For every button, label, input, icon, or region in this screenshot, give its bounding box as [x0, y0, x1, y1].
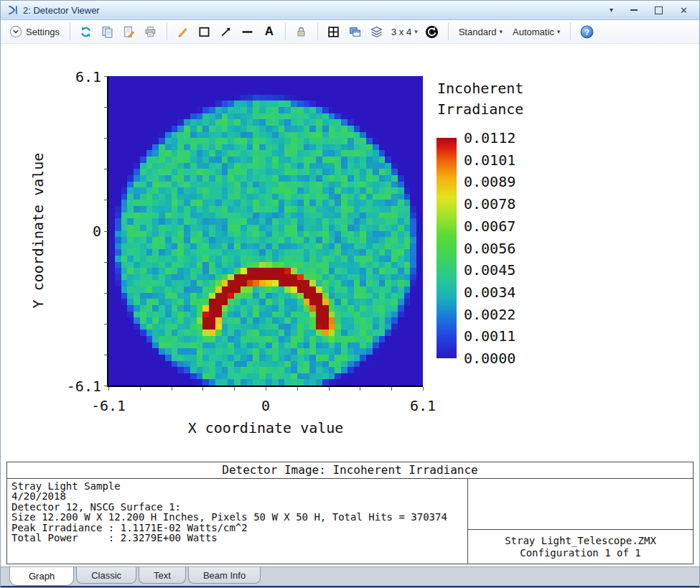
y-axis-tick-label: -6.1	[51, 378, 101, 392]
colorbar-tick-label: 0.0022	[464, 306, 515, 323]
grid-size-label: 3 x 4	[391, 27, 411, 37]
minimize-icon	[630, 9, 638, 11]
x-axis-tick-label: 0	[261, 397, 270, 414]
annotate-line-button[interactable]	[239, 22, 256, 41]
text-icon: A	[265, 24, 274, 39]
detector-info-header: Detector Image: Incoherent Irradiance	[7, 462, 693, 479]
save-button[interactable]	[121, 22, 138, 41]
x-axis-tick	[360, 387, 360, 391]
layers-button[interactable]	[368, 22, 386, 41]
x-axis-tick	[202, 387, 203, 391]
x-axis-tick-label: 6.1	[410, 397, 436, 414]
pencil-icon	[177, 26, 189, 38]
line-icon	[241, 26, 253, 38]
y-axis-tick	[104, 76, 108, 77]
chevron-down-icon: ▾	[557, 28, 561, 35]
settings-label: Settings	[26, 27, 60, 37]
annotate-pencil-button[interactable]	[174, 22, 192, 41]
y-axis-tick	[104, 169, 108, 169]
chevron-down-circle-icon	[9, 25, 22, 38]
chevron-down-icon: ▾	[499, 28, 503, 35]
annotate-text-button[interactable]: A	[261, 22, 278, 41]
colorbar-tick-label: 0.0045	[464, 261, 515, 279]
colorbar-tick-label: 0.0089	[464, 173, 515, 190]
lens-file-cell: Stray Light_Telescope.ZMX Configuration …	[468, 530, 693, 564]
lock-icon	[295, 26, 307, 38]
detector-image[interactable]	[107, 76, 423, 387]
reset-view-button[interactable]	[424, 22, 441, 41]
x-axis-tick	[297, 387, 298, 391]
tab-graph[interactable]: Graph	[9, 567, 74, 586]
x-axis-tick	[391, 387, 392, 391]
y-axis-tick	[104, 107, 108, 108]
toolbar-separator	[70, 23, 70, 40]
standard-dropdown[interactable]: Standard ▾	[456, 22, 505, 41]
rectangle-icon	[198, 26, 210, 38]
help-icon: ?	[580, 25, 594, 39]
copy-button[interactable]	[99, 22, 116, 41]
help-button[interactable]: ?	[578, 22, 595, 41]
tab-bar: GraphClassicTextBeam Info	[1, 566, 699, 586]
x-axis-tick	[234, 387, 235, 391]
detector-info-text: Stray Light Sample4/20/2018Detector 12, …	[7, 479, 468, 564]
colorbar-tick-label: 0.0112	[464, 129, 515, 146]
close-button[interactable]: ✕	[680, 6, 688, 15]
tab-classic[interactable]: Classic	[76, 567, 136, 584]
detector-info-empty-cell	[468, 479, 693, 530]
minimize-button[interactable]	[630, 9, 638, 11]
y-axis-tick	[104, 231, 108, 232]
colorbar-tick-label: 0.0011	[464, 327, 515, 345]
x-axis-tick	[266, 387, 266, 391]
windows-layout-button[interactable]	[347, 22, 364, 41]
grid-size-dropdown[interactable]: 3 x 4 ▾	[390, 22, 419, 41]
y-axis-tick	[104, 262, 108, 263]
window-title: 2: Detector Viewer	[23, 5, 100, 16]
windows-icon	[349, 26, 361, 38]
split-window-button[interactable]	[325, 22, 342, 41]
lock-button[interactable]	[293, 22, 310, 41]
copy-icon	[101, 26, 113, 38]
settings-button[interactable]: Settings	[6, 22, 62, 41]
colorbar	[437, 138, 457, 358]
graph-content: Y coordinate value 6.10-6.1 -6.106.1 X c…	[1, 44, 699, 566]
colorbar-tick-label: 0.0056	[464, 240, 515, 257]
detector-info-right: Stray Light_Telescope.ZMX Configuration …	[468, 479, 693, 564]
colorbar-tick-label: 0.0101	[464, 151, 515, 169]
toolbar-separator	[285, 23, 286, 40]
y-axis-tick-label: 0	[51, 223, 101, 237]
tab-beam-info[interactable]: Beam Info	[188, 567, 261, 584]
detector-viewer-icon	[6, 4, 19, 17]
x-axis-tick	[329, 387, 330, 391]
lens-file-name: Stray Light_Telescope.ZMX	[505, 535, 656, 547]
y-axis-tick	[104, 200, 108, 200]
reset-rotate-icon	[425, 25, 439, 39]
colorbar-tick-label: 0.0078	[464, 195, 515, 213]
legend-title: Incoherent Irradiance	[437, 78, 523, 120]
split-window-icon	[327, 26, 340, 38]
detector-info-line: Peak Irradiance : 1.1171E-02 Watts/cm^2	[11, 523, 467, 533]
colorbar-tick-label: 0.0067	[464, 218, 515, 235]
x-axis-tick-label: -6.1	[91, 397, 126, 414]
annotate-arrow-button[interactable]	[218, 22, 235, 41]
maximize-button[interactable]	[655, 6, 663, 14]
toolbar-separator	[448, 23, 449, 40]
x-axis-tick	[172, 387, 172, 391]
automatic-label: Automatic	[513, 27, 554, 37]
print-button[interactable]	[142, 22, 159, 41]
tab-text[interactable]: Text	[139, 567, 186, 584]
x-axis-title: X coordinate value	[188, 419, 344, 437]
svg-text:?: ?	[584, 27, 589, 36]
refresh-button[interactable]	[78, 22, 95, 41]
maximize-icon	[655, 6, 663, 14]
detector-info-line: 4/20/2018	[11, 491, 467, 501]
window-controls: ▾ ✕	[610, 6, 695, 15]
detector-info-line: Total Power : 2.3279E+00 Watts	[11, 533, 467, 543]
save-icon	[123, 26, 135, 38]
detector-info-line: Size 12.200 W X 12.200 H Inches, Pixels …	[11, 512, 467, 522]
configuration-label: Configuration 1 of 1	[520, 547, 641, 559]
x-axis-tick	[108, 387, 109, 391]
automatic-dropdown[interactable]: Automatic ▾	[510, 22, 563, 41]
annotate-rectangle-button[interactable]	[196, 22, 213, 41]
window-menu-button[interactable]: ▾	[610, 6, 613, 14]
plot-area	[107, 76, 423, 387]
